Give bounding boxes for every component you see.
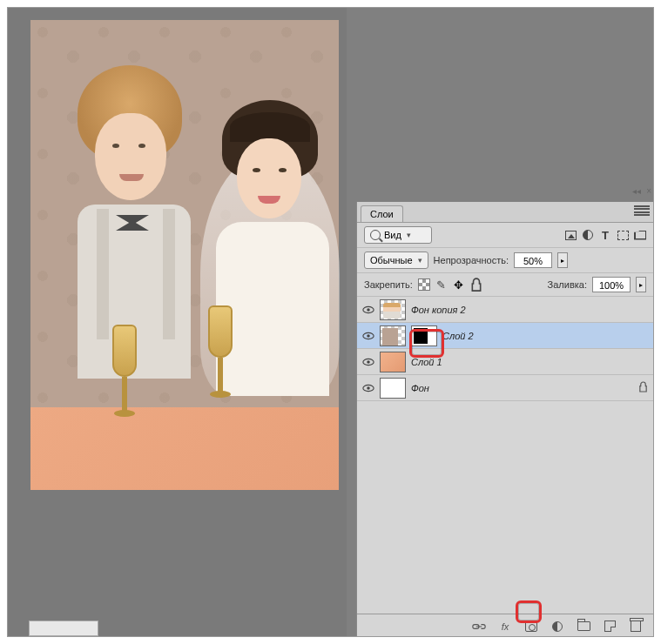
svg-point-7 [367,386,370,390]
layer-row[interactable]: Фон копия 2 [357,297,653,323]
layer-name[interactable]: Слой 2 [442,331,474,341]
layer-name[interactable]: Фон копия 2 [411,305,466,315]
document-canvas[interactable] [30,20,339,490]
link-layers-icon[interactable] [472,620,486,634]
svg-point-3 [367,334,370,338]
wedding-photo [30,39,339,422]
visibility-toggle[interactable] [362,330,374,342]
opacity-label: Непрозрачность: [434,255,509,265]
fill-input[interactable]: 100% [592,277,631,292]
panel-tabs: Слои [357,202,653,223]
filter-type-dropdown[interactable]: Вид [364,226,432,244]
layers-panel: ◂◂ × Слои Вид T Обычные Непрозрачность: … [356,202,653,637]
fill-label: Заливка: [548,279,587,290]
visibility-toggle[interactable] [362,382,374,394]
adjustment-layer-icon[interactable] [550,620,564,634]
layer-row[interactable]: Фон [357,375,653,401]
svg-point-5 [367,360,370,364]
lock-pixels-icon[interactable] [435,278,448,291]
filter-row: Вид T [357,223,653,248]
add-mask-icon[interactable] [524,620,538,634]
opacity-stepper[interactable]: ▸ [557,252,568,268]
filter-adjustment-icon[interactable] [582,229,594,241]
search-icon [370,230,381,240]
new-group-icon[interactable] [577,620,590,634]
blend-mode-value: Обычные [370,255,413,265]
lock-all-icon[interactable] [470,278,482,291]
lock-icon [638,381,648,394]
lock-transparent-icon[interactable] [418,278,430,291]
lock-row: Закрепить: ✥ Заливка: 100% ▸ [357,273,653,297]
fill-stepper[interactable]: ▸ [636,277,646,292]
layer-mask-thumbnail[interactable] [411,325,437,346]
panel-window-controls: ◂◂ × [632,186,651,200]
blend-mode-dropdown[interactable]: Обычные [364,252,428,269]
collapse-icon[interactable]: ◂◂ [632,186,641,200]
layer-thumbnail[interactable] [380,378,406,399]
champagne-glass-icon [107,325,142,429]
svg-point-1 [367,308,370,312]
filter-pixel-icon[interactable] [564,229,577,241]
opacity-input[interactable]: 50% [514,252,552,268]
filter-shape-icon[interactable] [617,229,629,241]
lock-label: Закрепить: [364,279,413,290]
tab-layers[interactable]: Слои [361,205,403,222]
filter-text-icon[interactable]: T [599,229,611,241]
visibility-toggle[interactable] [362,304,374,316]
visibility-toggle[interactable] [362,356,374,368]
filter-smartobject-icon[interactable] [634,229,646,241]
layer-row[interactable]: Слой 2 [357,323,653,349]
app-frame: ◂◂ × Слои Вид T Обычные Непрозрачность: … [7,7,654,637]
layer-style-icon[interactable]: fx [498,620,512,634]
new-layer-icon[interactable] [603,620,617,634]
layer-name[interactable]: Слой 1 [411,357,442,367]
filter-type-label: Вид [384,230,401,240]
layer-row[interactable]: Слой 1 [357,349,653,375]
layers-list: Фон копия 2 Слой 2 Слой 1 Фон [357,297,653,614]
panel-menu-icon[interactable] [634,205,650,217]
blend-row: Обычные Непрозрачность: 50% ▸ [357,248,653,273]
layers-footer: fx [357,614,653,637]
layer-name[interactable]: Фон [411,383,429,393]
lock-position-icon[interactable]: ✥ [453,278,465,291]
layer-thumbnail[interactable] [380,299,406,320]
champagne-glass-icon [203,305,238,410]
layer-thumbnail[interactable] [380,352,406,372]
canvas-area [8,8,347,636]
close-icon[interactable]: × [646,186,651,200]
layer-thumbnail[interactable] [380,325,406,346]
status-bar [29,621,98,636]
delete-layer-icon[interactable] [629,620,643,634]
